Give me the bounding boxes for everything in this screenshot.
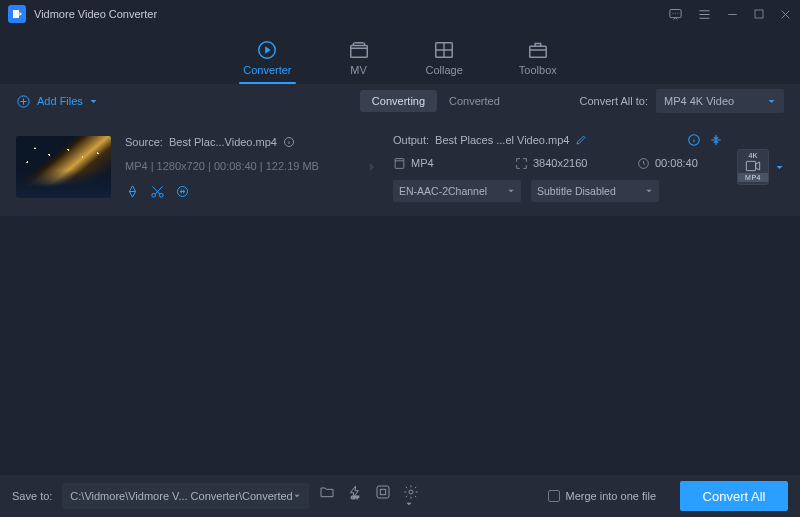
close-icon[interactable]	[779, 8, 792, 21]
app-title: Vidmore Video Converter	[34, 8, 157, 20]
chevron-down-icon	[89, 97, 98, 106]
checkbox-icon	[548, 490, 560, 502]
save-path-select[interactable]: C:\Vidmore\Vidmore V... Converter\Conver…	[62, 483, 308, 509]
source-column: Source: Best Plac...Video.mp4 MP4 | 1280…	[125, 136, 345, 199]
file-icon	[393, 157, 406, 170]
output-duration-chip: 00:08:40	[637, 157, 723, 170]
app-logo	[8, 5, 26, 23]
svg-rect-19	[377, 486, 389, 498]
merge-checkbox[interactable]: Merge into one file	[548, 490, 657, 502]
collage-icon	[433, 40, 455, 60]
settings-icon[interactable]	[403, 484, 419, 508]
cut-icon[interactable]	[150, 184, 165, 199]
svg-rect-8	[530, 46, 547, 57]
tab-converter[interactable]: Converter	[243, 40, 291, 82]
info-icon[interactable]	[283, 136, 295, 148]
audio-select[interactable]: EN-AAC-2Channel	[393, 180, 521, 202]
seg-converted[interactable]: Converted	[437, 90, 512, 112]
tab-collage[interactable]: Collage	[426, 40, 463, 82]
tab-mv[interactable]: MV	[348, 40, 370, 82]
svg-rect-6	[350, 45, 367, 57]
tab-toolbox[interactable]: Toolbox	[519, 40, 557, 82]
chevron-down-icon	[775, 163, 784, 172]
expand-icon	[515, 157, 528, 170]
hw-accel-icon[interactable]: OFF	[347, 484, 363, 508]
source-label: Source:	[125, 136, 163, 148]
titlebar: Vidmore Video Converter	[0, 0, 800, 28]
window-controls	[668, 7, 792, 22]
open-folder-icon[interactable]	[319, 484, 335, 508]
output-resolution-chip: 3840x2160	[515, 157, 601, 170]
chevron-down-icon	[645, 187, 653, 195]
convert-all-label: Convert All to:	[580, 95, 648, 107]
source-name: Best Plac...Video.mp4	[169, 136, 277, 148]
seg-converting[interactable]: Converting	[360, 90, 437, 112]
svg-point-21	[409, 490, 413, 494]
arrow-icon	[359, 157, 379, 177]
chevron-down-icon	[767, 97, 776, 106]
output-format-button[interactable]: 4K MP4	[737, 149, 784, 185]
output-label: Output:	[393, 134, 429, 146]
add-files-label: Add Files	[37, 95, 83, 107]
svg-point-1	[673, 12, 674, 13]
tab-label: Collage	[426, 64, 463, 76]
tab-label: MV	[350, 64, 367, 76]
compress-icon[interactable]	[709, 133, 723, 147]
source-tools	[125, 184, 345, 199]
chevron-down-icon	[507, 187, 515, 195]
tab-label: Converter	[243, 64, 291, 76]
convert-all-format: Convert All to: MP4 4K Video	[580, 89, 784, 113]
save-to-label: Save to:	[12, 490, 52, 502]
maximize-icon[interactable]	[753, 8, 765, 20]
feedback-icon[interactable]	[668, 7, 683, 22]
svg-point-2	[675, 12, 676, 13]
clock-icon	[637, 157, 650, 170]
chevron-down-icon	[405, 500, 413, 508]
task-icon[interactable]	[375, 484, 391, 508]
format-select-value: MP4 4K Video	[664, 95, 734, 107]
minimize-icon[interactable]	[726, 8, 739, 21]
chevron-down-icon	[293, 492, 301, 500]
status-segment: Converting Converted	[360, 90, 512, 112]
format-select[interactable]: MP4 4K Video	[656, 89, 784, 113]
add-files-button[interactable]: Add Files	[16, 94, 98, 109]
format-thumb: 4K MP4	[737, 149, 769, 185]
video-thumbnail[interactable]	[16, 136, 111, 198]
toolbar: Add Files Converting Converted Convert A…	[0, 84, 800, 118]
trim-icon[interactable]	[125, 184, 140, 199]
video-icon	[745, 160, 761, 172]
source-meta: MP4 | 1280x720 | 00:08:40 | 122.19 MB	[125, 160, 345, 172]
svg-text:OFF: OFF	[351, 495, 360, 500]
output-name: Best Places ...el Video.mp4	[435, 134, 569, 146]
svg-rect-17	[746, 161, 755, 170]
enhance-icon[interactable]	[175, 184, 190, 199]
edit-icon[interactable]	[575, 134, 587, 146]
footer: Save to: C:\Vidmore\Vidmore V... Convert…	[0, 475, 800, 517]
converter-icon	[256, 40, 278, 60]
svg-point-3	[678, 12, 679, 13]
svg-rect-15	[395, 158, 404, 168]
subtitle-select[interactable]: Subtitle Disabled	[531, 180, 659, 202]
footer-tools: OFF	[319, 484, 419, 508]
menu-icon[interactable]	[697, 7, 712, 22]
file-item: Source: Best Plac...Video.mp4 MP4 | 1280…	[0, 118, 800, 216]
mv-icon	[348, 40, 370, 60]
toolbox-icon	[527, 40, 549, 60]
svg-point-12	[159, 193, 163, 197]
output-column: Output: Best Places ...el Video.mp4 MP4 …	[393, 133, 723, 202]
tab-label: Toolbox	[519, 64, 557, 76]
svg-point-11	[152, 193, 156, 197]
output-container-chip: MP4	[393, 157, 479, 170]
svg-rect-4	[755, 10, 763, 18]
convert-all-button[interactable]: Convert All	[680, 481, 788, 511]
info-icon[interactable]	[687, 133, 701, 147]
main-tabs: Converter MV Collage Toolbox	[0, 28, 800, 84]
svg-rect-20	[380, 489, 385, 494]
